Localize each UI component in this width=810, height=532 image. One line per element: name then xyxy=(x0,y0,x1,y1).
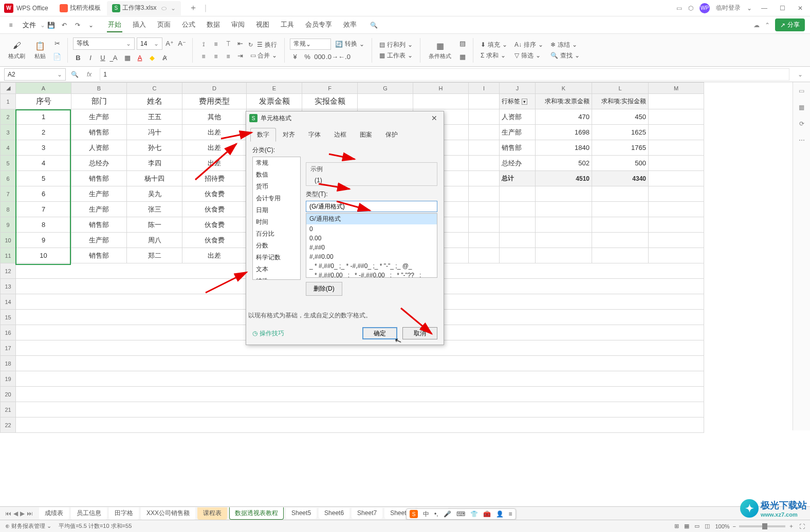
row-header[interactable]: 8 xyxy=(1,202,16,217)
ime-settings-icon[interactable]: ≡ xyxy=(509,510,512,518)
cell[interactable]: 6 xyxy=(16,186,71,202)
worksheet-button[interactable]: ▦ 工作表 ⌄ xyxy=(377,51,415,60)
ribbon-tab-formula[interactable]: 公式 xyxy=(181,18,196,32)
ribbon-tab-view[interactable]: 视图 xyxy=(255,18,270,32)
cell[interactable]: 总经办 xyxy=(500,156,536,171)
border-icon[interactable]: ▦ xyxy=(122,53,133,63)
type-item[interactable]: _ * #,##0_ ;_ * -#,##0_ ;_ * "-"_ ;_ @_ xyxy=(306,261,437,271)
row-header[interactable]: 10 xyxy=(1,233,16,248)
close-window-button[interactable]: ✕ xyxy=(795,5,806,12)
align-middle-icon[interactable]: ≡ xyxy=(210,39,222,50)
freeze-button[interactable]: ❄ 冻结 ⌄ xyxy=(548,41,582,49)
dialog-close-button[interactable]: ✕ xyxy=(428,114,440,122)
cell[interactable]: 李四 xyxy=(127,156,182,171)
ime-toolbox-icon[interactable]: 🧰 xyxy=(483,510,491,518)
cell[interactable]: 1625 xyxy=(592,125,649,140)
cell[interactable]: 4510 xyxy=(536,171,592,186)
cellstyle-icon[interactable]: ▨ xyxy=(457,39,468,49)
cell[interactable]: 孙七 xyxy=(127,140,182,156)
cloud-icon[interactable]: ☁ xyxy=(753,22,760,29)
tab-document[interactable]: S 工作簿3.xlsx ⬭ ⌄ xyxy=(107,1,181,15)
row-header[interactable]: 14 xyxy=(1,294,16,310)
cell[interactable]: 出差 xyxy=(182,125,247,140)
number-format-combo[interactable]: 常规 ⌄ xyxy=(290,39,331,50)
ribbon-tab-page[interactable]: 页面 xyxy=(156,18,172,32)
pivot-filter-icon[interactable]: ▾ xyxy=(522,99,527,105)
type-list[interactable]: G/通用格式 0 0.00 #,##0 #,##0.00 _ * #,##0_ … xyxy=(306,213,437,278)
zoom-out-icon[interactable]: − xyxy=(733,523,736,529)
cell[interactable]: 招待费 xyxy=(182,171,247,186)
align-top-icon[interactable]: ⟟ xyxy=(198,39,209,50)
view-split-icon[interactable]: ◫ xyxy=(705,523,710,529)
ime-toolbar[interactable]: S 中 •, 🎤 ⌨ 👕 🧰 👤 ≡ xyxy=(406,508,516,520)
dialog-tab-border[interactable]: 边框 xyxy=(327,128,353,142)
cell[interactable]: 郑二 xyxy=(127,248,182,263)
increase-font-icon[interactable]: A⁺ xyxy=(164,39,175,49)
dialog-tab-protect[interactable]: 保护 xyxy=(379,128,404,142)
cell[interactable]: 人资部 xyxy=(71,140,127,156)
ribbon-tab-member[interactable]: 会员专享 xyxy=(304,18,333,32)
dec-dec-icon[interactable]: ←.0 xyxy=(339,52,349,62)
maximize-button[interactable]: ☐ xyxy=(777,5,788,12)
col-header[interactable]: L xyxy=(592,83,649,94)
cell[interactable]: 8 xyxy=(16,217,71,233)
sheet-nav-last[interactable]: ⏭ xyxy=(27,510,33,517)
login-label[interactable]: 临时登录 xyxy=(716,4,741,12)
font-size-combo[interactable]: 14⌄ xyxy=(137,37,162,50)
type-item[interactable]: _ * #,##0.00_ ;_ * -#,##0.00_ ;_ * "-"??… xyxy=(306,271,437,278)
cell[interactable]: 出差 xyxy=(182,140,247,156)
row-header[interactable]: 11 xyxy=(1,248,16,263)
view-read-icon[interactable]: ⊞ xyxy=(674,523,679,529)
row-header[interactable]: 20 xyxy=(1,387,16,402)
col-header[interactable]: K xyxy=(536,83,592,94)
cell[interactable]: 1765 xyxy=(592,140,649,156)
dialog-tab-number[interactable]: 数字 xyxy=(250,128,276,142)
minimize-button[interactable]: — xyxy=(758,5,770,12)
ime-keyboard-icon[interactable]: ⌨ xyxy=(456,510,465,518)
row-header[interactable]: 6 xyxy=(1,171,16,186)
wrap-button[interactable]: ☰ 换行 xyxy=(255,41,279,49)
more-quick-icon[interactable]: ⌄ xyxy=(85,20,97,31)
row-header[interactable]: 5 xyxy=(1,156,16,171)
cell[interactable]: 冯十 xyxy=(127,125,182,140)
paste[interactable]: 📋粘贴 xyxy=(31,40,49,60)
align-right-icon[interactable]: ≡ xyxy=(223,51,234,62)
login-dropdown-icon[interactable]: ⌄ xyxy=(747,5,752,12)
cell[interactable]: 2 xyxy=(16,125,71,140)
cell[interactable]: 出差 xyxy=(182,248,247,263)
cat-item[interactable]: 分数 xyxy=(253,240,300,252)
cell[interactable]: 生产部 xyxy=(71,233,127,248)
cell[interactable]: 销售部 xyxy=(500,140,536,156)
sheet-tab[interactable]: XXX公司销售额 xyxy=(141,507,195,520)
align-bottom-icon[interactable]: ⟙ xyxy=(223,39,234,50)
dialog-tab-pattern[interactable]: 图案 xyxy=(353,128,379,142)
zoom-in-icon[interactable]: ＋ xyxy=(788,522,794,530)
cell[interactable]: 人资部 xyxy=(500,109,536,125)
corner-cell[interactable]: ◢ xyxy=(1,83,16,94)
view-page-icon[interactable]: ▭ xyxy=(694,523,699,529)
find-button[interactable]: 🔍 查找 ⌄ xyxy=(548,51,582,60)
cell[interactable]: 生产部 xyxy=(71,109,127,125)
cancel-button[interactable]: 取消 xyxy=(402,327,437,339)
col-header[interactable]: G xyxy=(358,83,413,94)
cell[interactable]: 出差 xyxy=(182,156,247,171)
sheet-tab[interactable]: 课程表 xyxy=(197,507,227,520)
name-box[interactable]: A2⌄ xyxy=(4,68,66,81)
cell[interactable]: 陈一 xyxy=(127,217,182,233)
delete-button[interactable]: 删除(D) xyxy=(306,282,342,296)
cat-item[interactable]: 日期 xyxy=(253,204,300,216)
fill-button[interactable]: ⬇ 填充 ⌄ xyxy=(478,41,509,49)
cond-format-button[interactable]: ▦条件格式 xyxy=(426,40,454,60)
row-header[interactable]: 13 xyxy=(1,279,16,294)
dialog-tab-font[interactable]: 字体 xyxy=(302,128,327,142)
ime-lang-icon[interactable]: 中 xyxy=(423,510,429,519)
type-item[interactable]: #,##0 xyxy=(306,243,437,252)
filter-button[interactable]: ▽ 筛选 ⌄ xyxy=(512,51,545,60)
cube-icon[interactable]: ⬡ xyxy=(688,5,693,12)
row-header[interactable]: 7 xyxy=(1,186,16,202)
cell[interactable]: 发票金额 xyxy=(247,94,302,109)
fillcolor-icon[interactable]: ◆ xyxy=(147,53,157,63)
cell[interactable]: 序号 xyxy=(16,94,71,109)
cat-item[interactable]: 数值 xyxy=(253,169,300,181)
zoom-control[interactable]: 100% − ＋ xyxy=(715,522,794,530)
